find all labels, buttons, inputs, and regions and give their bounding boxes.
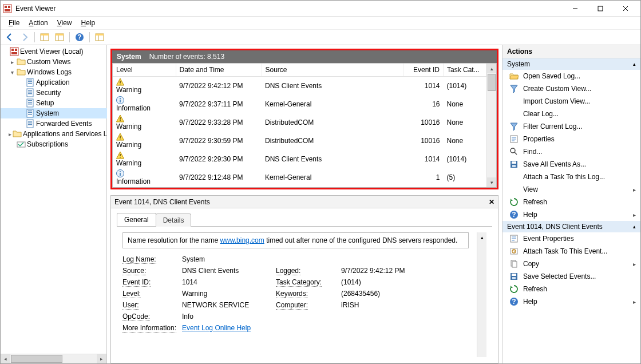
properties-icon <box>509 234 519 243</box>
tree-security[interactable]: Security <box>1 88 107 98</box>
menu-file[interactable]: File <box>4 18 24 28</box>
event-properties-grid: Log Name:System Source:DNS Client Events… <box>122 255 469 332</box>
app-icon <box>3 4 12 13</box>
tree-hscroll[interactable]: ◂▸ <box>1 354 106 363</box>
action-save-selected[interactable]: Save Selected Events... <box>502 270 640 283</box>
minimize-button[interactable] <box>563 1 588 17</box>
log-header: System Number of events: 8,513 <box>112 50 497 63</box>
navigation-tree[interactable]: Event Viewer (Local) ▸Custom Views ▾Wind… <box>1 45 107 354</box>
menu-help[interactable]: Help <box>77 18 100 28</box>
action-help[interactable]: Help▸ <box>502 208 640 221</box>
detail-close-button[interactable]: ✕ <box>489 198 494 206</box>
actions-pane: Actions System▴ Open Saved Log... Create… <box>502 45 640 363</box>
warning-icon <box>116 78 124 86</box>
event-list-scrollbar[interactable]: ▴ ▾ <box>486 64 496 187</box>
table-row[interactable]: Warning9/7/2022 9:30:59 PMDistributedCOM… <box>113 132 486 150</box>
titlebar: Event Viewer <box>1 1 640 17</box>
warning-icon <box>116 151 124 159</box>
task-icon <box>509 247 519 256</box>
event-list-container: System Number of events: 8,513 Level Dat… <box>110 49 498 189</box>
action-filter-log[interactable]: Filter Current Log... <box>502 120 640 133</box>
menubar: File Action View Help <box>1 17 640 29</box>
action-clear-log[interactable]: Clear Log... <box>502 108 640 120</box>
action-import-custom-view[interactable]: Import Custom View... <box>502 95 640 108</box>
tree-custom-views[interactable]: ▸Custom Views <box>1 57 107 67</box>
table-row[interactable]: Warning9/7/2022 9:33:28 PMDistributedCOM… <box>113 113 486 132</box>
table-row[interactable]: Warning9/7/2022 9:29:30 PMDNS Client Eve… <box>113 150 486 168</box>
event-detail-pane: Event 1014, DNS Client Events ✕ General … <box>110 195 498 363</box>
show-tree-button[interactable] <box>38 30 52 44</box>
action-attach-task-log[interactable]: Attach a Task To this Log... <box>502 171 640 183</box>
actions-header: Actions <box>502 45 640 58</box>
tree-subscriptions[interactable]: Subscriptions <box>1 139 107 149</box>
warning-icon <box>116 114 124 122</box>
information-icon <box>116 169 124 177</box>
detail-title: Event 1014, DNS Client Events <box>114 198 210 206</box>
col-date[interactable]: Date and Time <box>176 64 262 77</box>
copy-icon <box>509 259 519 268</box>
find-icon <box>509 147 519 156</box>
log-count: Number of events: 8,513 <box>149 53 224 61</box>
table-row[interactable]: Information9/7/2022 9:37:11 PMKernel-Gen… <box>113 95 486 113</box>
col-source[interactable]: Source <box>262 64 403 77</box>
action-open-saved-log[interactable]: Open Saved Log... <box>502 70 640 82</box>
refresh-icon <box>509 284 519 294</box>
tree-forwarded[interactable]: Forwarded Events <box>1 118 107 129</box>
tree-apps-services[interactable]: ▸Applications and Services Logs <box>1 129 107 139</box>
action-find[interactable]: Find... <box>502 145 640 158</box>
action-attach-task-event[interactable]: Attach Task To This Event... <box>502 245 640 258</box>
col-taskcat[interactable]: Task Cat... <box>444 64 486 77</box>
table-row[interactable]: Information9/7/2022 9:12:48 PMKernel-Gen… <box>113 187 486 187</box>
tree-root[interactable]: Event Viewer (Local) <box>1 46 107 57</box>
tree-setup[interactable]: Setup <box>1 98 107 108</box>
warning-icon <box>116 133 124 141</box>
maximize-button[interactable] <box>588 1 613 17</box>
table-row[interactable]: Information9/7/2022 9:12:48 PMKernel-Gen… <box>113 168 486 187</box>
dns-name-link[interactable]: www.bing.com <box>220 236 264 244</box>
show-preview-button[interactable] <box>53 30 66 44</box>
log-name: System <box>117 53 141 61</box>
tree-system[interactable]: System <box>1 108 107 118</box>
properties-icon <box>509 134 519 144</box>
funnel-icon <box>509 122 519 131</box>
col-eventid[interactable]: Event ID <box>403 64 444 77</box>
event-message: Name resolution for the name www.bing.co… <box>122 232 469 248</box>
svg-rect-35 <box>598 6 603 11</box>
open-icon <box>509 72 519 81</box>
action-save-all[interactable]: Save All Events As... <box>502 158 640 171</box>
actions-section-event[interactable]: Event 1014, DNS Client Events▴ <box>502 221 640 232</box>
more-info-link[interactable]: Event Log Online Help <box>182 324 251 332</box>
action-refresh2[interactable]: Refresh <box>502 283 640 295</box>
tree-windows-logs[interactable]: ▾Windows Logs <box>1 67 107 77</box>
refresh-icon <box>509 197 519 207</box>
save-icon <box>509 160 519 169</box>
toolbar <box>1 29 640 45</box>
close-button[interactable] <box>613 1 638 17</box>
action-view[interactable]: View▸ <box>502 183 640 196</box>
action-help2[interactable]: Help▸ <box>502 295 640 308</box>
col-level[interactable]: Level <box>113 64 176 77</box>
table-row[interactable]: Warning9/7/2022 9:42:12 PMDNS Client Eve… <box>113 77 486 96</box>
back-button[interactable] <box>3 30 17 44</box>
action-refresh[interactable]: Refresh <box>502 196 640 208</box>
funnel-icon <box>509 84 519 93</box>
information-icon <box>116 96 124 104</box>
action-copy[interactable]: Copy▸ <box>502 258 640 270</box>
event-list[interactable]: Level Date and Time Source Event ID Task… <box>113 64 486 187</box>
forward-button[interactable] <box>18 30 31 44</box>
tab-details[interactable]: Details <box>156 213 192 227</box>
view-button[interactable] <box>93 30 106 44</box>
tab-general[interactable]: General <box>117 213 156 226</box>
menu-view[interactable]: View <box>53 18 77 28</box>
tree-application[interactable]: Application <box>1 77 107 88</box>
action-event-properties[interactable]: Event Properties <box>502 232 640 245</box>
save-icon <box>509 272 519 281</box>
action-create-custom-view[interactable]: Create Custom View... <box>502 82 640 95</box>
window-title: Event Viewer <box>15 5 56 13</box>
actions-section-system[interactable]: System▴ <box>502 58 640 70</box>
detail-scrollbar[interactable]: ▴ <box>477 232 486 357</box>
help-button[interactable] <box>73 30 86 44</box>
help-icon <box>509 210 519 219</box>
action-properties[interactable]: Properties <box>502 133 640 145</box>
menu-action[interactable]: Action <box>24 18 52 28</box>
